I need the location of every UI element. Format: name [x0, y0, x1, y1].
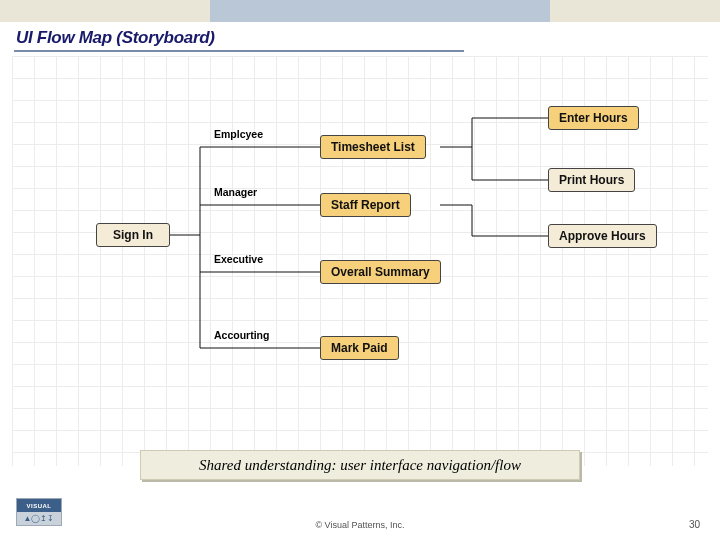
- edge-label-manager: Manager: [214, 186, 257, 198]
- node-mark-paid: Mark Paid: [320, 336, 399, 360]
- node-enter-hours: Enter Hours: [548, 106, 639, 130]
- flow-diagram: Emplcyee Manager Executive Accourting Si…: [0, 0, 720, 540]
- node-sign-in: Sign In: [96, 223, 170, 247]
- node-approve-hours: Approve Hours: [548, 224, 657, 248]
- edge-label-accounting: Accourting: [214, 329, 269, 341]
- node-timesheet-list: Timesheet List: [320, 135, 426, 159]
- node-staff-report: Staff Report: [320, 193, 411, 217]
- node-print-hours: Print Hours: [548, 168, 635, 192]
- edge-label-executive: Executive: [214, 253, 263, 265]
- node-overall-summary: Overall Summary: [320, 260, 441, 284]
- edge-label-employee: Emplcyee: [214, 128, 263, 140]
